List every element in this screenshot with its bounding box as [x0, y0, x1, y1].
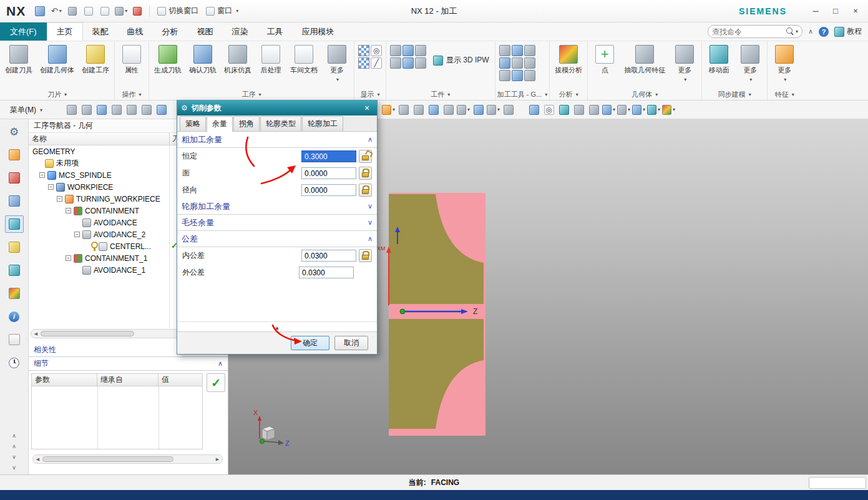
machining-tool-icon[interactable] [512, 45, 523, 56]
web-browser-button[interactable]: i [5, 308, 24, 325]
tab-file[interactable]: 文件(F) [0, 22, 47, 41]
radial-stock-input[interactable] [301, 184, 356, 196]
csys-icon[interactable] [412, 103, 425, 116]
trim-icon[interactable] [427, 103, 440, 116]
collapse-toggle-icon[interactable]: − [57, 196, 62, 202]
minimize-button[interactable]: ─ [807, 6, 824, 16]
operation-navigator-button[interactable] [5, 215, 24, 233]
machining-tool-icon[interactable] [524, 70, 535, 81]
scroll-right-icon[interactable]: ▶ [213, 457, 222, 462]
effects-icon[interactable]: ▾ [662, 103, 675, 116]
group-label-synchronous[interactable]: 同步建模▾ [704, 89, 765, 100]
panel-arrow-down-icon[interactable]: ∨ [12, 464, 16, 471]
move-face-button[interactable]: 移动面 [704, 42, 734, 76]
target-display-icon[interactable]: ◎ [371, 45, 382, 56]
check-geometry-icon[interactable] [415, 45, 426, 56]
format-painter-button[interactable] [130, 4, 144, 18]
collapse-section-icon[interactable]: ∧ [218, 360, 223, 368]
ipw-shaded-icon[interactable] [358, 45, 369, 56]
panel-arrow-up-icon[interactable]: ∧ [12, 443, 16, 449]
command-search[interactable]: ▾ [708, 25, 802, 38]
collapse-toggle-icon[interactable]: − [74, 232, 80, 237]
generate-toolpath-button[interactable]: 生成刀轨 [151, 42, 185, 76]
feature-more-button[interactable]: 更多▾ [769, 42, 799, 84]
part-navigator-button[interactable] [5, 192, 24, 210]
search-input[interactable] [712, 27, 786, 36]
face-stock-input[interactable] [301, 167, 356, 179]
repeat-dropdown-icon[interactable]: ▾ [125, 8, 127, 14]
tab-strategy[interactable]: 策略 [180, 116, 206, 131]
dialog-collapse-button[interactable]: ▲ [177, 321, 377, 331]
dialog-titlebar[interactable]: ⚙ 切削参数 × [177, 100, 377, 115]
group-label-display[interactable]: 显示▾ [356, 89, 384, 100]
menu-button[interactable]: 菜单(M)▾ [5, 103, 47, 117]
tab-stock[interactable]: 余量 [207, 116, 233, 132]
tab-profiling[interactable]: 轮廓加工 [302, 116, 343, 131]
synchronous-more-button[interactable]: 更多▾ [735, 42, 765, 84]
intersection-snap-icon[interactable] [140, 103, 153, 116]
notes-button[interactable] [5, 331, 24, 348]
details-col-value[interactable]: 值 [158, 374, 202, 386]
group-label-operations[interactable]: 操作▾ [117, 89, 147, 100]
outtol-input[interactable] [299, 267, 354, 278]
tutorial-button[interactable]: 教程 [834, 26, 862, 37]
undo-dropdown-icon[interactable]: ▾ [59, 8, 62, 14]
scroll-left-icon[interactable]: ◀ [31, 331, 41, 336]
machining-tool-icon[interactable] [499, 45, 510, 56]
history-button[interactable] [5, 354, 24, 371]
details-col-inherited[interactable]: 继承自 [97, 374, 158, 386]
section-line-icon[interactable]: ╱ [371, 57, 382, 69]
properties-button[interactable]: 属性 [117, 42, 147, 76]
tab-tools[interactable]: 工具 [258, 22, 293, 41]
show-hide-icon[interactable] [587, 103, 600, 116]
shaded-style-icon[interactable]: ▾ [632, 103, 645, 116]
snap-point-icon[interactable] [95, 103, 108, 116]
intol-input[interactable] [301, 250, 356, 262]
close-button[interactable]: × [847, 6, 864, 16]
tab-render[interactable]: 渲染 [223, 22, 258, 41]
machining-tool-icon[interactable] [512, 57, 523, 69]
tab-home[interactable]: 主页 [47, 22, 83, 41]
save-button[interactable] [33, 4, 47, 18]
measure-icon[interactable] [502, 103, 515, 116]
mirror-icon[interactable] [472, 103, 485, 116]
panel-arrow-down-icon[interactable]: ∨ [12, 454, 16, 460]
blank-geometry-icon[interactable] [390, 45, 401, 56]
tab-analysis[interactable]: 分析 [153, 22, 188, 41]
machining-tool-icon[interactable] [499, 70, 510, 81]
machining-tool-icon[interactable] [524, 57, 535, 69]
resource-options-button[interactable]: ⚙ [5, 123, 24, 140]
scroll-thumb[interactable] [42, 456, 173, 462]
show-3d-ipw-button[interactable]: 显示 3D IPW [429, 52, 493, 68]
details-hscrollbar[interactable]: ◀ ▶ [32, 454, 223, 464]
group-label-feature[interactable]: 特征▾ [769, 89, 799, 100]
midpoint-snap-icon[interactable] [125, 103, 138, 116]
sphere-display-icon[interactable]: ▾ [617, 103, 630, 116]
maximize-button[interactable]: □ [827, 6, 844, 16]
point-button[interactable]: +点 [590, 42, 620, 76]
tab-application[interactable]: 应用模块 [293, 22, 344, 41]
section-rough-stock[interactable]: 粗加工余量∧ [177, 132, 377, 148]
part-geometry-icon[interactable] [402, 45, 414, 56]
unlock-button[interactable] [359, 150, 372, 163]
switch-window-button[interactable]: 切换窗口 [155, 6, 201, 16]
ok-button[interactable]: 确定 [291, 336, 329, 350]
postprocess-button[interactable]: 后处理 [256, 42, 286, 76]
copy-button[interactable] [82, 4, 95, 18]
tab-corners[interactable]: 拐角 [233, 116, 260, 131]
operation-more-button[interactable]: 更多▾ [322, 42, 352, 84]
search-dropdown-icon[interactable]: ▾ [796, 29, 798, 34]
ipw-display-icon[interactable]: ▾ [382, 103, 395, 116]
scroll-thumb[interactable] [41, 331, 134, 336]
machine-simulation-button[interactable]: 机床仿真 [221, 42, 255, 76]
machining-tool-icon[interactable] [512, 70, 523, 81]
play-simulation-icon[interactable] [527, 103, 540, 116]
workpiece-settings-icon[interactable] [415, 57, 426, 69]
tab-view[interactable]: 视图 [188, 22, 223, 41]
render-style-icon[interactable]: ▾ [647, 103, 660, 116]
shop-documentation-button[interactable]: 车间文档 [287, 42, 321, 76]
machining-tool-icon[interactable] [499, 57, 510, 69]
collapse-toggle-icon[interactable]: − [48, 184, 54, 190]
group-label-geometry[interactable]: 几何体▾ [590, 89, 700, 100]
collapse-toggle-icon[interactable]: − [66, 255, 71, 261]
